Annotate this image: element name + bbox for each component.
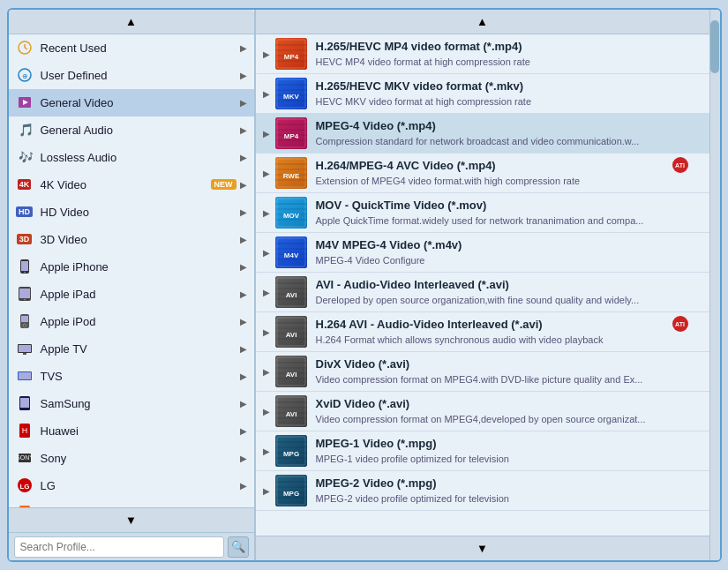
ati-badge: ATI bbox=[672, 157, 688, 173]
format-desc: Dereloped by open source organization,wi… bbox=[316, 294, 702, 306]
left-scroll-up[interactable]: ▲ bbox=[9, 10, 254, 34]
xiaomi-icon: Mi bbox=[16, 504, 34, 507]
format-item-mpeg1[interactable]: ▶ MPG MPEG-1 Video (*.mpg)MPEG-1 video p… bbox=[256, 431, 709, 471]
sidebar-item-apple-ipad[interactable]: Apple iPad▶ bbox=[9, 281, 254, 308]
main-window: ▲ Recent Used▶⊕User Defined▶General Vide… bbox=[7, 8, 722, 562]
sidebar-item-recent-used[interactable]: Recent Used▶ bbox=[9, 34, 254, 62]
arrow-icon: ▶ bbox=[240, 481, 247, 491]
svg-text:AVI: AVI bbox=[285, 291, 296, 299]
svg-text:AVI: AVI bbox=[285, 331, 296, 339]
svg-point-11 bbox=[24, 272, 26, 274]
sidebar-item-apple-tv[interactable]: Apple TV▶ bbox=[9, 335, 254, 363]
sidebar-item-label: Xiaomi bbox=[41, 506, 236, 508]
svg-rect-16 bbox=[21, 316, 28, 322]
user-icon: ⊕ bbox=[16, 66, 34, 84]
svg-rect-20 bbox=[23, 353, 26, 355]
chevron-up-icon: ▲ bbox=[477, 15, 488, 28]
svg-text:AVI: AVI bbox=[285, 410, 296, 418]
svg-point-14 bbox=[24, 299, 26, 301]
arrow-icon: ▶ bbox=[263, 486, 270, 496]
format-desc: MPEG-4 Video Configure bbox=[316, 254, 702, 266]
arrow-icon: ▶ bbox=[263, 288, 270, 297]
sidebar-item-tvs[interactable]: TVS▶ bbox=[9, 363, 254, 390]
format-desc: Extension of MPEG4 video format.with hig… bbox=[316, 175, 702, 187]
sidebar-item-label: HD Video bbox=[41, 206, 236, 219]
format-info: H.264 AVI - Audio-Video Interleaved (*.a… bbox=[316, 318, 702, 346]
sidebar-item-general-video[interactable]: General Video▶ bbox=[9, 89, 254, 116]
ati-badge: ATI bbox=[672, 316, 688, 332]
format-thumbnail: MPG bbox=[275, 435, 307, 467]
sidebar-item-huawei[interactable]: HHuawei▶ bbox=[9, 417, 254, 445]
format-item-h264-mp4[interactable]: ▶ RWE H.264/MPEG-4 AVC Video (*.mp4)Exte… bbox=[256, 154, 709, 193]
svg-text:MOV: MOV bbox=[282, 212, 299, 220]
sidebar-item-4k-video[interactable]: 4K4K VideoNEW▶ bbox=[9, 171, 254, 199]
4k-icon: 4K bbox=[16, 176, 34, 193]
search-bar: 🔍 bbox=[9, 532, 254, 560]
sidebar-item-label: Apple iPad bbox=[41, 288, 236, 301]
format-item-h264-avi[interactable]: ▶ AVI H.264 AVI - Audio-Video Interleave… bbox=[256, 312, 709, 352]
scrollbar-thumb[interactable] bbox=[710, 20, 719, 73]
sidebar-item-sony[interactable]: SONYSony▶ bbox=[9, 445, 254, 472]
sidebar-item-xiaomi[interactable]: MiXiaomi▶ bbox=[9, 499, 254, 507]
arrow-icon: ▶ bbox=[240, 153, 247, 162]
format-item-m4v[interactable]: ▶ M4V M4V MPEG-4 Video (*.m4v)MPEG-4 Vid… bbox=[256, 233, 709, 273]
right-scroll-up[interactable]: ▲ bbox=[256, 10, 709, 34]
right-panel: ▲ ▶ MP4 H.265/HEVC MP4 video format (*.m… bbox=[256, 10, 709, 560]
format-item-mpeg4[interactable]: ▶ MP4 MPEG-4 Video (*.mp4)Compression st… bbox=[256, 114, 709, 154]
svg-text:MPG: MPG bbox=[282, 490, 298, 498]
svg-rect-10 bbox=[21, 261, 28, 271]
svg-text:⊕: ⊕ bbox=[21, 72, 27, 80]
arrow-icon: ▶ bbox=[240, 399, 247, 409]
format-name: H.265/HEVC MP4 video format (*.mp4) bbox=[316, 40, 702, 55]
arrow-icon: ▶ bbox=[263, 49, 270, 59]
clock-icon bbox=[16, 39, 34, 56]
format-name: AVI - Audio-Video Interleaved (*.avi) bbox=[316, 278, 702, 293]
svg-text:MPG: MPG bbox=[282, 450, 298, 458]
format-item-xvid[interactable]: ▶ AVI XviD Video (*.avi)Video compressio… bbox=[256, 392, 709, 431]
tablet-icon bbox=[16, 285, 34, 303]
format-item-h265-mkv[interactable]: ▶ MKV H.265/HEVC MKV video format (*.mkv… bbox=[256, 74, 709, 114]
arrow-icon: ▶ bbox=[263, 446, 270, 456]
format-item-mpeg2[interactable]: ▶ MPG MPEG-2 Video (*.mpg)MPEG-2 video p… bbox=[256, 471, 709, 511]
format-info: MPEG-4 Video (*.mp4)Compression standard… bbox=[316, 119, 702, 147]
sidebar-item-general-audio[interactable]: 🎵General Audio▶ bbox=[9, 116, 254, 144]
sidebar-item-lossless-audio[interactable]: 🎶Lossless Audio▶ bbox=[9, 144, 254, 171]
format-item-h265-mp4[interactable]: ▶ MP4 H.265/HEVC MP4 video format (*.mp4… bbox=[256, 34, 709, 74]
search-input[interactable] bbox=[14, 536, 224, 558]
format-name: H.264/MPEG-4 AVC Video (*.mp4) bbox=[316, 159, 702, 174]
search-button[interactable]: 🔍 bbox=[228, 536, 249, 558]
format-item-divx[interactable]: ▶ AVI DivX Video (*.avi)Video compressio… bbox=[256, 352, 709, 392]
left-panel: ▲ Recent Used▶⊕User Defined▶General Vide… bbox=[9, 10, 256, 560]
right-scroll-down[interactable]: ▼ bbox=[256, 536, 709, 560]
sidebar-item-label: SamSung bbox=[41, 397, 236, 410]
sidebar-item-label: Recent Used bbox=[41, 41, 236, 55]
format-desc: MPEG-2 video profile optimized for telev… bbox=[316, 492, 702, 505]
arrow-icon: ▶ bbox=[240, 235, 247, 244]
sidebar-item-samsung[interactable]: SamSung▶ bbox=[9, 390, 254, 417]
sidebar-item-user-defined[interactable]: ⊕User Defined▶ bbox=[9, 62, 254, 89]
lg-icon: LG bbox=[16, 476, 34, 494]
svg-rect-13 bbox=[19, 289, 30, 298]
sidebar-item-3d-video[interactable]: 3D3D Video▶ bbox=[9, 226, 254, 253]
format-name: H.264 AVI - Audio-Video Interleaved (*.a… bbox=[316, 318, 702, 333]
format-thumbnail: AVI bbox=[275, 395, 307, 427]
format-item-avi[interactable]: ▶ AVI AVI - Audio-Video Interleaved (*.a… bbox=[256, 273, 709, 312]
format-desc: HEVC MKV video format at high compressio… bbox=[316, 95, 702, 108]
arrow-icon: ▶ bbox=[263, 248, 270, 258]
format-thumbnail: MP4 bbox=[275, 117, 307, 149]
sony-icon: SONY bbox=[16, 449, 34, 467]
arrow-icon: ▶ bbox=[263, 367, 270, 377]
svg-text:RWE: RWE bbox=[282, 172, 299, 180]
sidebar-item-hd-video[interactable]: HDHD Video▶ bbox=[9, 199, 254, 226]
format-name: MPEG-4 Video (*.mp4) bbox=[316, 119, 702, 134]
svg-text:LG: LG bbox=[19, 483, 29, 491]
svg-text:SONY: SONY bbox=[18, 454, 32, 461]
sidebar-item-apple-iphone[interactable]: Apple iPhone▶ bbox=[9, 253, 254, 281]
huawei-icon: H bbox=[16, 422, 34, 439]
sidebar-item-lg[interactable]: LGLG▶ bbox=[9, 472, 254, 499]
arrow-icon: ▶ bbox=[240, 207, 247, 217]
sidebar-item-apple-ipod[interactable]: Apple iPod▶ bbox=[9, 308, 254, 335]
left-scroll-down[interactable]: ▼ bbox=[9, 507, 254, 532]
arrow-icon: ▶ bbox=[263, 407, 270, 416]
format-item-mov[interactable]: ▶ MOV MOV - QuickTime Video (*.mov)Apple… bbox=[256, 193, 709, 233]
